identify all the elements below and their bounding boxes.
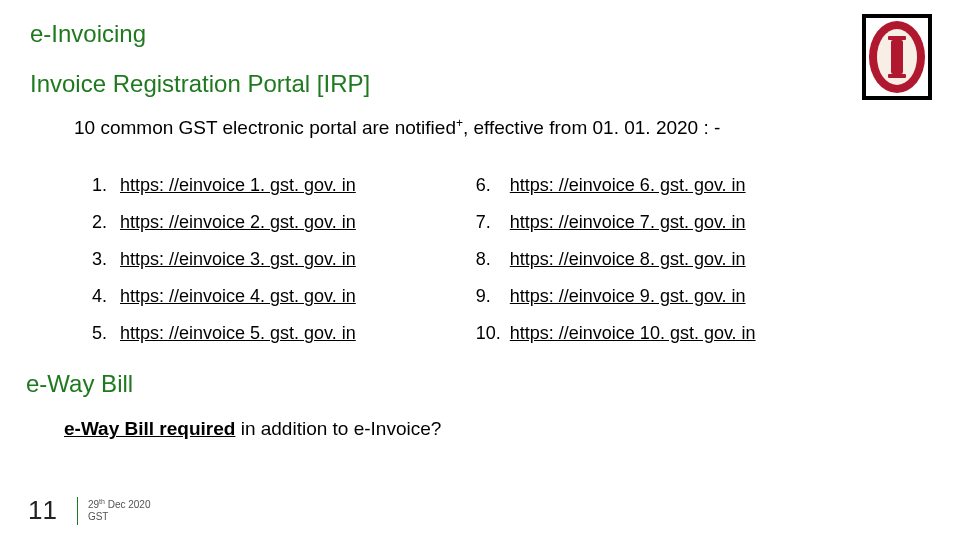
list-number: 6. xyxy=(476,175,510,196)
heading-einvoicing: e-Invoicing xyxy=(30,20,930,48)
portal-links-left: 1.https: //einvoice 1. gst. gov. in 2.ht… xyxy=(92,175,356,360)
heading-irp: Invoice Registration Portal [IRP] xyxy=(30,70,930,98)
portal-link[interactable]: https: //einvoice 6. gst. gov. in xyxy=(510,175,746,196)
slide-footer: 11 29th Dec 2020 GST xyxy=(28,495,150,526)
portal-link[interactable]: https: //einvoice 5. gst. gov. in xyxy=(120,323,356,344)
page-number: 11 xyxy=(28,495,57,526)
portal-link[interactable]: https: //einvoice 4. gst. gov. in xyxy=(120,286,356,307)
eway-question: e-Way Bill required in addition to e-Inv… xyxy=(64,418,930,440)
eway-question-bold: e-Way Bill required xyxy=(64,418,235,439)
list-item: 10.https: //einvoice 10. gst. gov. in xyxy=(476,323,756,344)
list-number: 10. xyxy=(476,323,510,344)
list-number: 8. xyxy=(476,249,510,270)
list-number: 4. xyxy=(92,286,120,307)
portal-link[interactable]: https: //einvoice 8. gst. gov. in xyxy=(510,249,746,270)
intro-sup: + xyxy=(456,116,463,130)
institute-logo xyxy=(862,14,932,100)
footer-date-rest: Dec 2020 xyxy=(105,499,151,510)
footer-date-block: 29th Dec 2020 GST xyxy=(88,498,151,523)
intro-text: 10 common GST electronic portal are noti… xyxy=(74,116,930,139)
list-number: 9. xyxy=(476,286,510,307)
list-item: 2.https: //einvoice 2. gst. gov. in xyxy=(92,212,356,233)
list-item: 8.https: //einvoice 8. gst. gov. in xyxy=(476,249,756,270)
list-item: 7.https: //einvoice 7. gst. gov. in xyxy=(476,212,756,233)
list-item: 6.https: //einvoice 6. gst. gov. in xyxy=(476,175,756,196)
list-number: 2. xyxy=(92,212,120,233)
intro-suffix: , effective from 01. 01. 2020 : - xyxy=(463,117,720,138)
portal-link[interactable]: https: //einvoice 2. gst. gov. in xyxy=(120,212,356,233)
eway-question-rest: in addition to e-Invoice? xyxy=(235,418,441,439)
list-number: 5. xyxy=(92,323,120,344)
portal-link[interactable]: https: //einvoice 3. gst. gov. in xyxy=(120,249,356,270)
footer-label: GST xyxy=(88,511,151,523)
list-item: 1.https: //einvoice 1. gst. gov. in xyxy=(92,175,356,196)
portal-link[interactable]: https: //einvoice 10. gst. gov. in xyxy=(510,323,756,344)
portal-link[interactable]: https: //einvoice 7. gst. gov. in xyxy=(510,212,746,233)
list-number: 3. xyxy=(92,249,120,270)
portal-links-right: 6.https: //einvoice 6. gst. gov. in 7.ht… xyxy=(476,175,756,360)
heading-eway-bill: e-Way Bill xyxy=(26,370,930,398)
portal-link[interactable]: https: //einvoice 9. gst. gov. in xyxy=(510,286,746,307)
portal-link[interactable]: https: //einvoice 1. gst. gov. in xyxy=(120,175,356,196)
intro-prefix: 10 common GST electronic portal are noti… xyxy=(74,117,456,138)
footer-date-day: 29 xyxy=(88,499,99,510)
list-number: 1. xyxy=(92,175,120,196)
list-item: 5.https: //einvoice 5. gst. gov. in xyxy=(92,323,356,344)
footer-divider xyxy=(77,497,78,525)
list-item: 4.https: //einvoice 4. gst. gov. in xyxy=(92,286,356,307)
list-number: 7. xyxy=(476,212,510,233)
portal-links-container: 1.https: //einvoice 1. gst. gov. in 2.ht… xyxy=(92,175,930,360)
list-item: 3.https: //einvoice 3. gst. gov. in xyxy=(92,249,356,270)
list-item: 9.https: //einvoice 9. gst. gov. in xyxy=(476,286,756,307)
